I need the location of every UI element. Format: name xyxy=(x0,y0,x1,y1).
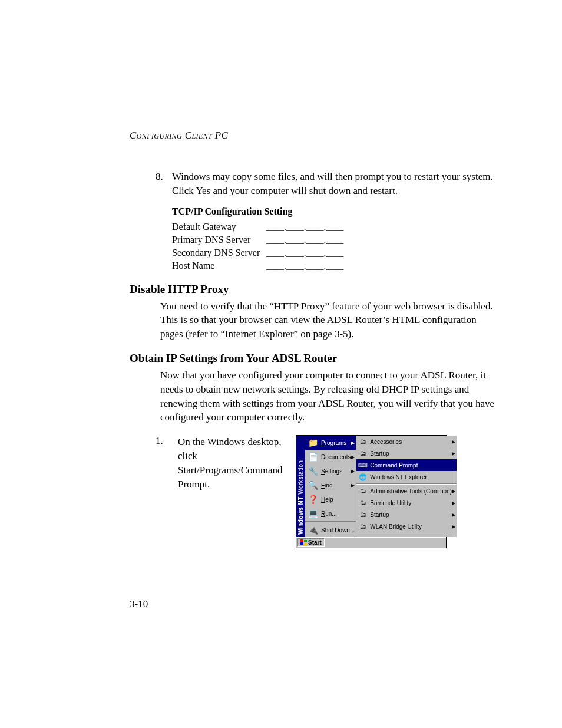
menu-item-label: Documents xyxy=(321,454,351,460)
setting-label: Secondary DNS Server xyxy=(172,248,266,258)
menu-item-label: Help xyxy=(321,496,355,503)
submenu-arrow-icon: ▶ xyxy=(351,483,355,488)
setting-label: Host Name xyxy=(172,261,266,271)
submenu-arrow-icon: ▶ xyxy=(452,500,455,506)
menu-item[interactable]: 🌐Windows NT Explorer xyxy=(356,471,457,483)
page: Configuring Client PC 8. Windows may cop… xyxy=(0,0,562,548)
menu-item-icon: 🗂 xyxy=(358,449,368,458)
menu-item-label: Startup xyxy=(370,450,452,457)
start-menu-programs-submenu: 🗂Accessories▶🗂Startup▶⌨Command Prompt🌐Wi… xyxy=(356,436,457,537)
tcpip-settings-header: TCP/IP Configuration Setting xyxy=(172,206,497,217)
menu-item[interactable]: ⌨Command Prompt xyxy=(356,459,457,471)
menu-item-icon: 💻 xyxy=(307,508,319,519)
setting-value: ____.____.____.____ xyxy=(266,235,343,245)
windows-logo-icon xyxy=(300,539,307,546)
menu-item-icon: 🔧 xyxy=(307,465,319,477)
submenu-arrow-icon: ▶ xyxy=(452,451,455,456)
menu-item[interactable]: 💻Run... xyxy=(305,506,356,521)
table-row: Default Gateway ____.____.____.____ xyxy=(172,219,497,232)
step-1: 1. On the Windows desktop, click Start/P… xyxy=(156,435,497,548)
menu-item-icon: 📁 xyxy=(307,437,319,449)
step-8-text: Windows may copy some files, and will th… xyxy=(172,170,497,198)
menu-item-label: Command Prompt xyxy=(370,462,455,469)
section-heading-proxy: Disable HTTP Proxy xyxy=(130,283,497,296)
menu-item-label: Settings xyxy=(321,468,351,475)
menu-item-icon: 📄 xyxy=(307,451,319,463)
step-1-text: On the Windows desktop, click Start/Prog… xyxy=(178,435,290,491)
menu-item[interactable]: 🗂Barricade Utility▶ xyxy=(356,497,457,509)
menu-item-label: Administrative Tools (Common) xyxy=(370,488,452,495)
section-body-obtain: Now that you have configured your comput… xyxy=(160,368,497,424)
menu-item[interactable]: 🔍Find▶ xyxy=(305,478,356,492)
step-8: 8. Windows may copy some files, and will… xyxy=(156,170,497,198)
menu-item-icon: 🗂 xyxy=(358,522,368,531)
submenu-arrow-icon: ▶ xyxy=(351,440,355,446)
submenu-arrow-icon: ▶ xyxy=(351,469,355,474)
menu-item-icon: 🗂 xyxy=(358,498,368,508)
start-button-label: Start xyxy=(308,539,322,546)
menu-item-label: Shut Down... xyxy=(321,527,355,533)
start-button[interactable]: Start xyxy=(297,538,325,547)
setting-label: Default Gateway xyxy=(172,222,266,232)
menu-item[interactable]: 🗂WLAN Bridge Utility▶ xyxy=(356,521,457,532)
menu-item-label: Programs xyxy=(321,440,351,446)
menu-item-label: Accessories xyxy=(370,439,452,445)
menu-item[interactable]: 🔧Settings▶ xyxy=(305,464,356,478)
menu-item-label: Barricade Utility xyxy=(370,500,452,506)
start-menu-screenshot: Windows NT Workstation 📁Programs▶📄Docume… xyxy=(296,435,447,548)
start-menu-main-column: 📁Programs▶📄Documents▶🔧Settings▶🔍Find▶❓He… xyxy=(305,436,356,537)
menu-item-icon: 🔍 xyxy=(307,479,319,491)
submenu-arrow-icon: ▶ xyxy=(452,512,455,518)
table-row: Primary DNS Server ____.____.____.____ xyxy=(172,232,497,245)
menu-separator xyxy=(356,483,457,485)
menu-item-icon: 🔌 xyxy=(307,524,319,536)
menu-item[interactable]: 🗂Administrative Tools (Common)▶ xyxy=(356,485,457,497)
setting-value: ____.____.____.____ xyxy=(266,248,343,258)
menu-item-label: Startup xyxy=(370,512,452,518)
menu-item[interactable]: 📁Programs▶ xyxy=(305,436,356,450)
menu-separator xyxy=(305,521,356,522)
setting-value: ____.____.____.____ xyxy=(266,222,343,232)
submenu-arrow-icon: ▶ xyxy=(452,524,455,529)
menu-item-icon: 🌐 xyxy=(358,472,368,482)
menu-item-label: Run... xyxy=(321,510,355,517)
table-row: Host Name ____.____.____.____ xyxy=(172,258,497,271)
setting-label: Primary DNS Server xyxy=(172,235,266,245)
menu-item-icon: 🗂 xyxy=(358,510,368,519)
menu-item-label: WLAN Bridge Utility xyxy=(370,523,452,530)
menu-item[interactable]: 🗂Accessories▶ xyxy=(356,436,457,447)
running-header: Configuring Client PC xyxy=(130,130,497,141)
taskbar: Start xyxy=(296,537,446,548)
start-menu-banner: Windows NT Workstation xyxy=(296,436,305,537)
menu-item[interactable]: 🔌Shut Down... xyxy=(305,523,356,537)
menu-item[interactable]: 🗂Startup▶ xyxy=(356,447,457,459)
menu-item[interactable]: 🗂Startup▶ xyxy=(356,509,457,521)
submenu-arrow-icon: ▶ xyxy=(452,439,455,444)
table-row: Secondary DNS Server ____.____.____.____ xyxy=(172,245,497,258)
submenu-arrow-icon: ▶ xyxy=(351,454,355,460)
menu-item[interactable]: ❓Help xyxy=(305,492,356,506)
page-number: 3-10 xyxy=(130,598,148,610)
step-8-number: 8. xyxy=(156,170,172,198)
submenu-arrow-icon: ▶ xyxy=(452,489,455,494)
menu-item-icon: ❓ xyxy=(307,493,319,505)
step-1-number: 1. xyxy=(156,435,172,447)
tcpip-settings-table: TCP/IP Configuration Setting Default Gat… xyxy=(172,206,497,271)
menu-item-icon: ⌨ xyxy=(358,460,368,470)
menu-item[interactable]: 📄Documents▶ xyxy=(305,450,356,464)
setting-value: ____.____.____.____ xyxy=(266,261,343,271)
menu-item-label: Find xyxy=(321,482,351,489)
menu-item-icon: 🗂 xyxy=(358,486,368,496)
section-body-proxy: You need to verify that the “HTTP Proxy”… xyxy=(160,299,497,341)
menu-item-label: Windows NT Explorer xyxy=(370,474,455,480)
menu-item-icon: 🗂 xyxy=(358,437,368,446)
section-heading-obtain: Obtain IP Settings from Your ADSL Router xyxy=(130,352,497,365)
